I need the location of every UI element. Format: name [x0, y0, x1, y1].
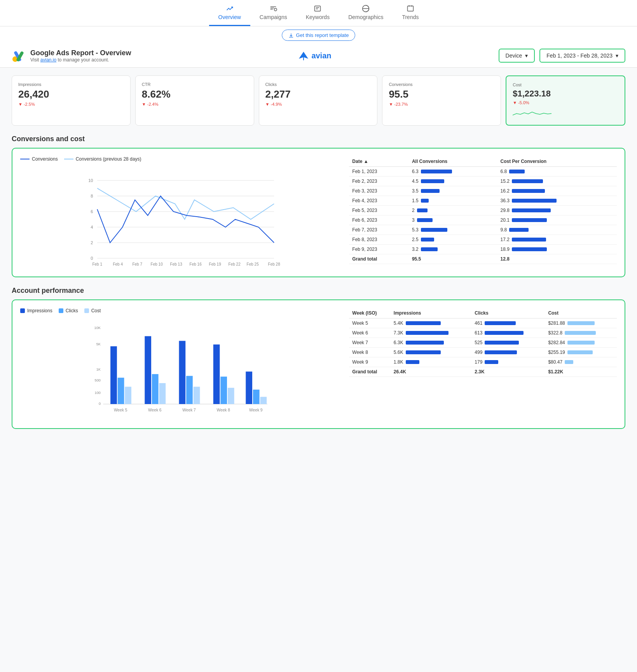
table-row: Feb 7, 2023 5.3 9.8 [349, 225, 617, 235]
svg-text:500: 500 [95, 378, 101, 382]
col-cost-per-conversion: Cost Per Conversion [497, 156, 617, 167]
grand-total-label: Grand total [349, 254, 409, 264]
row-cost: 18.9 [497, 245, 617, 254]
acc-col-clicks: Clicks [471, 308, 545, 318]
bar-w6-clicks [152, 374, 159, 404]
svg-text:4: 4 [91, 225, 93, 229]
cost-sparkline [513, 108, 618, 119]
row-conversions: 4.5 [409, 177, 497, 186]
row-date: Feb 2, 2023 [349, 177, 409, 186]
campaigns-icon [269, 5, 277, 12]
account-table-area: Week (ISO) Impressions Clicks Cost Week … [349, 308, 617, 420]
svg-text:0: 0 [91, 256, 93, 261]
row-conversions: 1.5 [409, 196, 497, 206]
acc-col-cost: Cost [545, 308, 617, 318]
bar-w9-cost [260, 397, 267, 404]
legend-square-clicks [59, 308, 63, 313]
svg-text:8: 8 [91, 194, 93, 198]
avian-brand-name: avian [311, 51, 331, 60]
row-date: Feb 4, 2023 [349, 196, 409, 206]
legend-square-impressions [20, 308, 25, 313]
main-content: Impressions 26,420 ▼ -2.5% CTR 8.62% ▼ -… [0, 68, 637, 446]
template-button-label: Get this report template [296, 32, 349, 38]
row-conversions: 3.2 [409, 245, 497, 254]
row-clicks: 613 [471, 328, 545, 338]
nav-demographics[interactable]: Demographics [339, 0, 393, 26]
top-navigation: Overview Campaigns Keywords Demographics… [0, 0, 637, 26]
conversions-table: Date ▲ All Conversions Cost Per Conversi… [349, 156, 617, 264]
row-cost: 6.8 [497, 167, 617, 177]
table-row: Feb 2, 2023 4.5 15.2 [349, 177, 617, 186]
report-header: Google Ads Report - Overview Visit avian… [0, 44, 637, 68]
row-date: Feb 8, 2023 [349, 235, 409, 245]
nav-overview-label: Overview [218, 14, 241, 20]
legend-clicks: Clicks [59, 308, 78, 313]
bar-w7-cost [194, 387, 200, 404]
table-row: Feb 8, 2023 2.5 17.2 [349, 235, 617, 245]
legend-conversions: Conversions [20, 156, 58, 162]
nav-demographics-label: Demographics [348, 14, 383, 20]
table-row: Feb 6, 2023 3 20.1 [349, 215, 617, 225]
legend-cost-label: Cost [91, 308, 101, 313]
svg-text:0: 0 [99, 402, 101, 406]
row-cost: $281.88 [545, 318, 617, 328]
svg-text:Week 7: Week 7 [182, 408, 196, 412]
date-chevron-icon: ▾ [616, 52, 618, 59]
account-chart-container: Impressions Clicks Cost 10K 5K 1K 500 10… [12, 299, 625, 429]
table-row: Week 8 5.6K 499 $255.19 [349, 348, 617, 357]
metric-conversions: Conversions 95.5 ▼ -23.7% [382, 75, 501, 126]
svg-text:5K: 5K [96, 342, 101, 346]
row-cost: 9.8 [497, 225, 617, 235]
bar-w5-cost [125, 387, 131, 404]
bar-w9-clicks [253, 390, 260, 404]
cost-change: ▼ -5.0% [513, 100, 618, 105]
svg-text:Feb 4: Feb 4 [113, 262, 123, 266]
bar-w7-clicks [186, 376, 193, 404]
row-date: Feb 3, 2023 [349, 186, 409, 196]
col-date[interactable]: Date ▲ [349, 156, 409, 167]
legend-label-conversions: Conversions [32, 156, 58, 162]
row-conversions: 3 [409, 215, 497, 225]
row-conversions: 2 [409, 206, 497, 215]
clicks-value: 2,277 [265, 88, 371, 100]
row-clicks: 525 [471, 338, 545, 348]
svg-text:Feb 13: Feb 13 [170, 262, 183, 266]
row-cost: 16.2 [497, 186, 617, 196]
svg-text:Feb 25: Feb 25 [247, 262, 259, 266]
sparkline-chart [513, 108, 551, 117]
table-row: Week 9 1.8K 179 $80.47 [349, 357, 617, 367]
line-chart-legend: Conversions Conversions (previous 28 day… [20, 156, 341, 162]
grand-total-conversions: 95.5 [409, 254, 497, 264]
nav-campaigns[interactable]: Campaigns [250, 0, 297, 26]
conversions-chart-container: Conversions Conversions (previous 28 day… [12, 148, 625, 277]
device-label: Device [506, 52, 522, 59]
row-cost: 29.8 [497, 206, 617, 215]
nav-overview[interactable]: Overview [209, 0, 250, 26]
date-range-dropdown[interactable]: Feb 1, 2023 - Feb 28, 2023 ▾ [539, 49, 625, 63]
nav-trends[interactable]: Trends [393, 0, 428, 26]
svg-rect-6 [407, 6, 413, 11]
device-dropdown[interactable]: Device ▾ [499, 49, 535, 63]
acc-grand-total-cost: $1.22K [545, 367, 617, 377]
row-week: Week 6 [349, 328, 390, 338]
template-banner: Get this report template [0, 26, 637, 44]
row-week: Week 8 [349, 348, 390, 357]
nav-keywords[interactable]: Keywords [297, 0, 339, 26]
svg-text:Week 8: Week 8 [217, 408, 230, 412]
nav-keywords-label: Keywords [306, 14, 330, 20]
bar-w8-impressions [213, 345, 220, 404]
get-template-button[interactable]: Get this report template [282, 30, 356, 41]
bar-w8-clicks [220, 376, 227, 404]
avian-link[interactable]: avian.io [40, 57, 56, 63]
svg-text:Feb 10: Feb 10 [151, 262, 163, 266]
legend-impressions: Impressions [20, 308, 52, 313]
impressions-value: 26,420 [18, 88, 124, 100]
row-clicks: 499 [471, 348, 545, 357]
row-cost: 17.2 [497, 235, 617, 245]
conversions-table-area: Date ▲ All Conversions Cost Per Conversi… [349, 156, 617, 269]
device-chevron-icon: ▾ [525, 52, 528, 59]
svg-text:Feb 16: Feb 16 [190, 262, 202, 266]
svg-text:Week 5: Week 5 [114, 408, 127, 412]
acc-grand-total-impressions: 26.4K [391, 367, 472, 377]
row-week: Week 9 [349, 357, 390, 367]
